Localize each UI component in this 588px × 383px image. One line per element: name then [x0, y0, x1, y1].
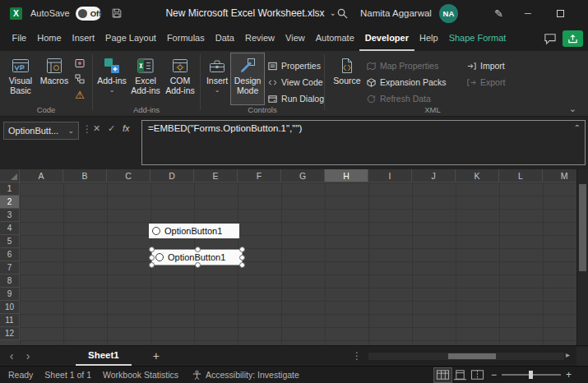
run-dialog-button[interactable]: Run Dialog: [267, 91, 324, 106]
selection-handle[interactable]: [239, 255, 245, 261]
page-break-preview-button[interactable]: [469, 368, 486, 382]
design-mode-button[interactable]: Design Mode: [231, 53, 264, 104]
tab-review[interactable]: Review: [239, 26, 280, 51]
selection-handle[interactable]: [149, 247, 155, 252]
row-header-3[interactable]: 3: [0, 209, 20, 222]
select-all-corner[interactable]: [0, 169, 20, 182]
vertical-scrollbar[interactable]: [576, 169, 588, 345]
macros-button[interactable]: Macros: [38, 53, 71, 104]
row-header-1[interactable]: 1: [0, 182, 20, 196]
column-header-c[interactable]: C: [107, 169, 150, 182]
tab-bar-options-icon[interactable]: ⋮: [352, 350, 362, 362]
document-title[interactable]: New Microsoft Excel Worksheet.xlsx ⌄: [165, 7, 336, 19]
export-button[interactable]: Export: [466, 75, 524, 90]
vertical-scrollbar-thumb[interactable]: [579, 184, 586, 271]
formula-input[interactable]: =EMBED("Forms.OptionButton.1","") ⌃: [141, 120, 586, 165]
tab-help[interactable]: Help: [414, 26, 444, 51]
row-header-12[interactable]: 12: [0, 327, 20, 340]
close-button[interactable]: ✕: [577, 0, 588, 26]
column-header-j[interactable]: J: [412, 169, 456, 182]
cancel-icon[interactable]: ✕: [93, 123, 100, 134]
grid-cells[interactable]: [20, 182, 576, 345]
accessibility-status[interactable]: Accessibility: Investigate: [206, 370, 299, 380]
properties-button[interactable]: Properties: [267, 58, 324, 73]
column-header-f[interactable]: F: [238, 169, 281, 182]
embedded-option-button-1[interactable]: OptionButton1: [149, 224, 239, 238]
name-box-resize-handle[interactable]: ⋮: [82, 123, 92, 135]
column-header-i[interactable]: I: [368, 169, 412, 182]
minimize-button[interactable]: ─: [512, 0, 544, 26]
map-properties-button[interactable]: Map Properties: [366, 58, 463, 73]
excel-logo-icon[interactable]: X: [9, 7, 23, 21]
view-code-button[interactable]: View Code: [267, 75, 324, 90]
selection-handle[interactable]: [195, 247, 201, 252]
add-ins-button[interactable]: Add-ins ⌄: [95, 53, 128, 104]
pen-icon[interactable]: ✎: [494, 7, 503, 20]
selection-handle[interactable]: [239, 247, 245, 252]
row-header-7[interactable]: 7: [0, 261, 20, 275]
add-sheet-button[interactable]: +: [153, 349, 160, 362]
share-button[interactable]: [563, 30, 583, 47]
row-header-5[interactable]: 5: [0, 235, 20, 248]
refresh-data-button[interactable]: Refresh Data: [366, 91, 463, 106]
row-header-2[interactable]: 2: [0, 196, 20, 209]
column-header-m[interactable]: M: [543, 169, 576, 182]
row-header-9[interactable]: 9: [0, 288, 20, 301]
excel-add-ins-button[interactable]: Excel Add-ins: [128, 53, 163, 104]
zoom-in-button[interactable]: +: [566, 369, 572, 381]
record-macro-icon[interactable]: [72, 57, 87, 70]
sheet-nav-next-icon[interactable]: ›: [20, 350, 36, 362]
expansion-packs-button[interactable]: Expansion Packs: [366, 75, 463, 90]
sheet-nav-prev-icon[interactable]: ‹: [3, 350, 20, 362]
visual-basic-button[interactable]: Visual Basic: [3, 53, 38, 104]
name-box[interactable]: OptionButt... ⌄: [3, 122, 79, 140]
tab-formulas[interactable]: Formulas: [161, 26, 210, 51]
tab-home[interactable]: Home: [32, 26, 67, 51]
tab-shape-format[interactable]: Shape Format: [443, 26, 512, 51]
search-icon[interactable]: [336, 7, 349, 20]
selection-handle[interactable]: [149, 262, 155, 268]
column-header-g[interactable]: G: [281, 169, 325, 182]
tab-automate[interactable]: Automate: [310, 26, 359, 51]
page-layout-view-button[interactable]: [451, 368, 469, 382]
maximize-button[interactable]: [544, 0, 577, 26]
row-header-11[interactable]: 11: [0, 314, 20, 327]
sheet-info[interactable]: Sheet 1 of 1: [44, 370, 91, 380]
comments-icon[interactable]: [544, 33, 557, 44]
workbook-statistics[interactable]: Workbook Statistics: [103, 370, 178, 380]
normal-view-button[interactable]: [434, 368, 451, 382]
column-header-d[interactable]: D: [150, 169, 194, 182]
tab-data[interactable]: Data: [210, 26, 239, 51]
tab-view[interactable]: View: [280, 26, 311, 51]
save-icon[interactable]: [111, 7, 123, 19]
avatar[interactable]: NA: [439, 4, 458, 23]
import-button[interactable]: Import: [466, 58, 524, 73]
row-header-10[interactable]: 10: [0, 301, 20, 314]
com-add-ins-button[interactable]: COM Add-ins: [163, 53, 197, 104]
selection-handle[interactable]: [195, 262, 201, 268]
tab-developer[interactable]: Developer: [359, 26, 414, 51]
use-relative-references-icon[interactable]: [72, 72, 87, 85]
tab-insert[interactable]: Insert: [67, 26, 100, 51]
column-header-b[interactable]: B: [63, 169, 107, 182]
column-header-l[interactable]: L: [499, 169, 543, 182]
autosave-toggle[interactable]: Off: [76, 7, 102, 21]
horizontal-scrollbar[interactable]: [368, 353, 564, 360]
embedded-option-button-2-selected[interactable]: OptionButton1: [151, 249, 243, 265]
column-header-k[interactable]: K: [456, 169, 499, 182]
source-button[interactable]: Source: [331, 53, 363, 104]
horizontal-scrollbar-thumb[interactable]: [448, 353, 496, 359]
collapse-formula-bar-icon[interactable]: ⌃: [574, 123, 581, 132]
row-header-8[interactable]: 8: [0, 275, 20, 288]
column-header-a[interactable]: A: [20, 169, 63, 182]
zoom-slider[interactable]: [502, 370, 561, 380]
scroll-right-icon[interactable]: ▸: [566, 350, 570, 359]
insert-function-icon[interactable]: fx: [123, 123, 130, 133]
collapse-ribbon-icon[interactable]: ⌄: [569, 104, 576, 114]
tab-page-layout[interactable]: Page Layout: [100, 26, 162, 51]
column-header-h[interactable]: H: [325, 169, 368, 182]
macro-security-warning-icon[interactable]: ⚠: [72, 88, 87, 101]
enter-icon[interactable]: ✓: [108, 123, 115, 134]
selection-handle[interactable]: [239, 262, 245, 268]
zoom-out-button[interactable]: −: [491, 369, 497, 381]
